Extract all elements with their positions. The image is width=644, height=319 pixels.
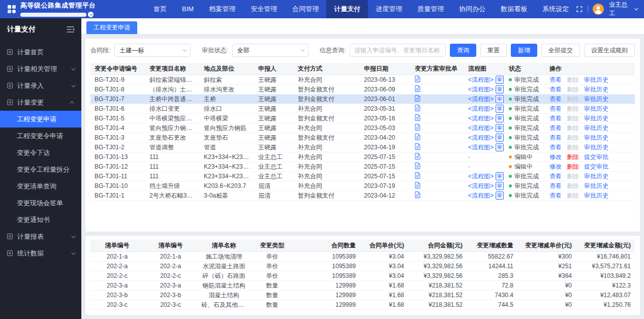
nav-item[interactable]: 质量管理 (410, 0, 451, 18)
view-link[interactable]: 查看 (549, 114, 562, 123)
view-link[interactable]: 查看 (549, 134, 562, 142)
detail-table-row[interactable]: 202-1-a202-1-a施工场地清理单价1095389¥3.04¥3,329… (90, 252, 635, 262)
contract-section-select[interactable]: 土建—标 (114, 44, 191, 57)
document-icon[interactable] (415, 172, 420, 179)
approval-history-link[interactable]: 审批历史 (584, 105, 608, 113)
delete-link[interactable]: 删除 (567, 192, 579, 200)
sidebar-subitem[interactable]: 工程变更申请 (0, 111, 81, 127)
document-icon[interactable] (415, 192, 420, 198)
nav-item[interactable]: BIM (174, 0, 201, 18)
avatar[interactable] (593, 4, 604, 15)
audit-badge[interactable]: 审 (496, 105, 504, 113)
approval-history-link[interactable]: 审批历史 (584, 172, 608, 181)
view-link[interactable]: 查看 (549, 182, 562, 190)
tab-project-change-request[interactable]: 工程变更申请 (86, 21, 137, 34)
delete-link[interactable]: 删除 (567, 143, 579, 152)
detail-table-row[interactable]: 202-3-c202-3-c砖、石及其他砌体...数量129989¥1.68¥2… (90, 300, 635, 310)
table-row[interactable]: BG-TJ01-6排水口变更排水口王晓露补充合同2023-05-31<流程图>审… (90, 104, 635, 114)
sidebar-subitem[interactable]: 变更清单查询 (0, 178, 81, 195)
submit-approval-link[interactable]: 提交审批 (584, 163, 608, 171)
sidebar-item[interactable]: 统计数据 (0, 245, 81, 262)
nav-item[interactable]: 首页 (146, 0, 174, 18)
document-icon[interactable] (415, 114, 420, 121)
user-name[interactable]: 业主总工 (609, 1, 629, 18)
delete-link[interactable]: 删除 (567, 95, 579, 104)
sidebar-item[interactable]: 计量报表 (0, 228, 81, 245)
reset-button[interactable]: 重置 (480, 44, 507, 57)
nav-item[interactable]: 安全管理 (243, 0, 285, 18)
flow-chart-link[interactable]: <流程图> (468, 124, 494, 133)
audit-badge[interactable]: 审 (496, 143, 504, 151)
nav-item[interactable]: 合同管理 (285, 0, 326, 18)
delete-link[interactable]: 删除 (567, 134, 579, 142)
approval-status-select[interactable]: 全部 (232, 44, 309, 57)
view-link[interactable]: 查看 (549, 95, 562, 104)
approval-history-link[interactable]: 审批历史 (584, 182, 608, 190)
flow-chart-link[interactable]: <流程图> (468, 76, 494, 84)
document-icon[interactable] (415, 182, 420, 188)
table-row[interactable]: BG-TJ01-8（排水沟）土工布排水沟更改王晓露暂列金额支付2023-06-0… (90, 85, 635, 94)
approval-history-link[interactable]: 审批历史 (584, 143, 608, 152)
document-icon[interactable] (415, 134, 420, 140)
sidebar-item[interactable]: 计量录入 (0, 77, 81, 94)
search-button[interactable]: 查询 (450, 44, 476, 57)
edit-link[interactable]: 修改 (549, 163, 562, 171)
table-row[interactable]: BG-TJ01-3支座垫石更改支座垫石王晓露暂列金额支付2023-04-20<流… (90, 133, 635, 143)
view-link[interactable]: 查看 (549, 76, 562, 84)
view-link[interactable]: 查看 (549, 85, 562, 94)
sidebar-item[interactable]: 计量相关管理 (0, 60, 81, 77)
delete-link[interactable]: 删除 (567, 76, 579, 84)
nav-item[interactable]: 系统设定 (535, 0, 576, 18)
table-row[interactable]: BG-TJ01-4竖向预应力钢筋压...竖向预应力钢筋王晓露补充合同2023-0… (90, 123, 635, 133)
approval-history-link[interactable]: 审批历史 (584, 124, 608, 133)
view-link[interactable]: 查看 (549, 172, 562, 181)
nav-item[interactable]: 计量支付 (326, 0, 368, 18)
nav-item[interactable]: 数据看板 (493, 0, 535, 18)
document-icon[interactable] (415, 95, 420, 102)
audit-badge[interactable]: 审 (496, 192, 504, 200)
delete-link[interactable]: 删除 (567, 85, 579, 94)
delete-link[interactable]: 删除 (567, 153, 579, 162)
flow-chart-link[interactable]: <流程图> (468, 143, 494, 152)
audit-badge[interactable]: 审 (496, 172, 504, 180)
flow-chart-link[interactable]: <流程图> (468, 192, 494, 200)
detail-table-row[interactable]: 202-3-a202-3-a钢筋混凝土结构数量129989¥1.68¥218,3… (90, 281, 635, 291)
document-icon[interactable] (415, 163, 420, 169)
view-link[interactable]: 查看 (549, 192, 562, 200)
subtitle-toggle-icon[interactable] (88, 12, 94, 17)
table-row[interactable]: BG-TJ01-7主桥中跨普通钢筋...主桥王晓露暂列金额支付2023-06-0… (90, 94, 635, 104)
sidebar-subitem[interactable]: 工程变更令申请 (0, 127, 81, 144)
table-row[interactable]: BG-TJ01-2管道调整管道王晓露补充合同2023-04-19<流程图>审审批… (90, 143, 635, 152)
delete-link[interactable]: 删除 (567, 163, 579, 171)
submit-approval-link[interactable]: 提交审批 (584, 153, 608, 162)
approval-history-link[interactable]: 审批历史 (584, 76, 608, 84)
document-icon[interactable] (415, 124, 420, 131)
submit-all-button[interactable]: 全部提交 (541, 44, 580, 57)
sidebar-subitem[interactable]: 变更令工程量拆分 (0, 161, 81, 178)
audit-badge[interactable]: 审 (496, 134, 504, 142)
delete-link[interactable]: 删除 (567, 105, 579, 113)
approval-history-link[interactable]: 审批历史 (584, 114, 608, 123)
nav-item[interactable]: 档案管理 (201, 0, 243, 18)
approval-history-link[interactable]: 审批历史 (584, 95, 608, 104)
document-icon[interactable] (415, 76, 420, 82)
sidebar-subitem[interactable]: 变更令下达 (0, 144, 81, 161)
audit-badge[interactable]: 审 (496, 76, 504, 84)
sidebar-item[interactable]: 计量首页 (0, 44, 81, 60)
table-row[interactable]: BG-TJ01-5中塔横梁预应力孔...中塔横梁王晓露暂列金额支付2023-05… (90, 114, 635, 123)
audit-badge[interactable]: 审 (496, 85, 504, 93)
sidebar-subitem[interactable]: 变更通知书 (0, 211, 81, 228)
table-row[interactable]: BG-TJ01-12111K23+334~K23+675业主总工补充合同2025… (90, 162, 635, 172)
table-row[interactable]: BG-TJ01-10挡土墙升级K203.6~K203.7屈清补充合同2023-0… (90, 181, 635, 191)
generation-rules-button[interactable]: 设置生成规则 (584, 44, 635, 57)
document-icon[interactable] (415, 143, 420, 150)
table-row[interactable]: BG-TJ01-12号大桥右幅3号墩...3-0a桩基屈清暂列金额支付2023-… (90, 191, 635, 201)
detail-table-row[interactable]: 202-2-c202-2-c碎（砾）石路面单价1095389¥3.04¥3,32… (90, 271, 635, 281)
fullscreen-icon[interactable] (576, 6, 582, 13)
table-row[interactable]: BG-TJ01-9斜拉索梁端锚齿板...斜拉索王晓露补充合同2023-06-13… (90, 75, 635, 85)
view-link[interactable]: 查看 (549, 124, 562, 133)
add-button[interactable]: 新增 (511, 44, 537, 57)
audit-badge[interactable]: 审 (496, 124, 504, 132)
approval-history-link[interactable]: 审批历史 (584, 134, 608, 142)
audit-badge[interactable]: 审 (496, 95, 504, 103)
